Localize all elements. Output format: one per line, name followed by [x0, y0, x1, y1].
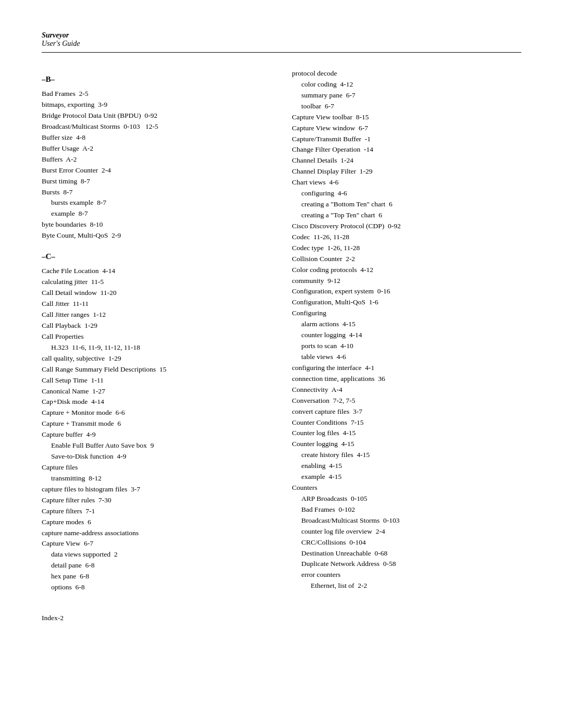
page-header: Surveyor User's Guide: [42, 31, 521, 53]
list-item: Capture/Transmit Buffer -1: [292, 134, 521, 145]
list-item: Burst Error Counter 2-4: [42, 165, 271, 176]
list-item: Configuration, expert system 0-16: [292, 286, 521, 297]
list-item: Capture filters 7-1: [42, 506, 271, 517]
list-item: capture name-address associations: [42, 528, 271, 539]
list-item: Capture + Transmit mode 6: [42, 418, 271, 429]
list-item: Buffer size 4-8: [42, 132, 271, 143]
list-item: Configuring: [292, 308, 521, 319]
list-item: call quality, subjective 1-29: [42, 353, 271, 364]
list-item: Configuration, Multi-QoS 1-6: [292, 297, 521, 308]
list-item: counter log file overview 2-4: [292, 526, 521, 537]
right-column: protocol decode color coding 4-12 summar…: [292, 68, 521, 593]
list-item: Capture View 6-7: [42, 538, 271, 549]
list-item: data views supported 2: [42, 549, 271, 560]
list-item: Call Range Summary Field Descriptions 15: [42, 364, 271, 375]
list-item: Cache File Location 4-14: [42, 266, 271, 277]
page-footer: Index-2: [42, 614, 521, 622]
list-item: Color coding protocols 4-12: [292, 265, 521, 276]
list-item: Change Filter Operation -14: [292, 144, 521, 155]
list-item: Codec 11-26, 11-28: [292, 232, 521, 243]
list-item: create history files 4-15: [292, 450, 521, 461]
list-item: H.323 11-6, 11-9, 11-12, 11-18: [42, 342, 271, 353]
list-item: Counters: [292, 483, 521, 493]
document-subtitle: User's Guide: [42, 40, 521, 48]
list-item: community 9-12: [292, 276, 521, 287]
list-item: Call Detail window 11-20: [42, 288, 271, 299]
list-item: Cap+Disk mode 4-14: [42, 397, 271, 408]
list-item: capture files to histogram files 3-7: [42, 484, 271, 495]
list-item: Bad Frames 0-102: [292, 504, 521, 515]
list-item: Counter Conditions 7-15: [292, 417, 521, 428]
list-item: Broadcast/Multicast Storms 0-103 12-5: [42, 121, 271, 132]
list-item: ARP Broadcasts 0-105: [292, 493, 521, 504]
section-c-header: –C–: [42, 251, 271, 263]
list-item: byte boundaries 8-10: [42, 219, 271, 230]
list-item: Codec type 1-26, 11-28: [292, 243, 521, 254]
list-item: creating a "Bottom Ten" chart 6: [292, 199, 521, 210]
document-title: Surveyor: [42, 31, 521, 40]
list-item: Channel Details 1-24: [292, 155, 521, 166]
list-item: bitmaps, exporting 3-9: [42, 100, 271, 110]
list-item: protocol decode: [292, 68, 521, 79]
list-item: Buffer Usage A-2: [42, 143, 271, 154]
list-item: enabling 4-15: [292, 461, 521, 472]
list-item: Broadcast/Multicast Storms 0-103: [292, 515, 521, 526]
list-item: CRC/Collisions 0-104: [292, 537, 521, 548]
list-item: Bridge Protocol Data Unit (BPDU) 0-92: [42, 110, 271, 121]
list-item: Ethernet, list of 2-2: [292, 581, 521, 591]
list-item: Burst timing 8-7: [42, 176, 271, 187]
list-item: error counters: [292, 570, 521, 581]
list-item: Save-to-Disk function 4-9: [42, 451, 271, 462]
list-item: Call Jitter 11-11: [42, 299, 271, 310]
list-item: Conversation 7-2, 7-5: [292, 396, 521, 406]
list-item: table views 4-6: [292, 352, 521, 363]
list-item: detail pane 6-8: [42, 560, 271, 571]
list-item: Capture filter rules 7-30: [42, 495, 271, 506]
list-item: Call Playback 1-29: [42, 320, 271, 331]
list-item: Capture files: [42, 462, 271, 473]
list-item: ports to scan 4-10: [292, 341, 521, 352]
main-content: –B– Bad Frames 2-5 bitmaps, exporting 3-…: [42, 68, 521, 593]
list-item: calculating jitter 11-5: [42, 277, 271, 288]
list-item: options 6-8: [42, 582, 271, 593]
list-item: hex pane 6-8: [42, 571, 271, 582]
list-item: Enable Full Buffer Auto Save box 9: [42, 440, 271, 451]
list-item: Chart views 4-6: [292, 177, 521, 188]
list-item: Call Properties: [42, 331, 271, 342]
list-item: summary pane 6-7: [292, 90, 521, 101]
list-item: Capture + Monitor mode 6-6: [42, 408, 271, 418]
section-b-header: –B–: [42, 73, 271, 85]
list-item: Capture View toolbar 8-15: [292, 112, 521, 123]
list-item: bursts example 8-7: [42, 198, 271, 208]
list-item: Capture modes 6: [42, 517, 271, 528]
list-item: Counter logging 4-15: [292, 439, 521, 450]
list-item: Connectivity A-4: [292, 385, 521, 396]
list-item: Canonical Name 1-27: [42, 386, 271, 397]
list-item: Destination Unreachable 0-68: [292, 548, 521, 559]
list-item: alarm actions 4-15: [292, 319, 521, 330]
list-item: example 4-15: [292, 472, 521, 483]
list-item: example 8-7: [42, 208, 271, 219]
list-item: Byte Count, Multi-QoS 2-9: [42, 230, 271, 241]
list-item: convert capture files 3-7: [292, 406, 521, 417]
list-item: toolbar 6-7: [292, 101, 521, 112]
list-item: Channel Display Filter 1-29: [292, 166, 521, 177]
list-item: color coding 4-12: [292, 79, 521, 90]
page-number: Index-2: [42, 614, 64, 622]
list-item: Capture View window 6-7: [292, 123, 521, 134]
list-item: Buffers A-2: [42, 154, 271, 165]
list-item: Cisco Discovery Protocol (CDP) 0-92: [292, 221, 521, 232]
list-item: configuring 4-6: [292, 188, 521, 199]
list-item: configuring the interface 4-1: [292, 363, 521, 374]
list-item: connection time, applications 36: [292, 374, 521, 385]
list-item: Bad Frames 2-5: [42, 89, 271, 100]
list-item: Counter log files 4-15: [292, 428, 521, 439]
list-item: Collision Counter 2-2: [292, 254, 521, 265]
list-item: Call Jitter ranges 1-12: [42, 310, 271, 320]
left-column: –B– Bad Frames 2-5 bitmaps, exporting 3-…: [42, 68, 271, 593]
list-item: counter logging 4-14: [292, 330, 521, 341]
list-item: Call Setup Time 1-11: [42, 375, 271, 386]
list-item: Bursts 8-7: [42, 187, 271, 198]
list-item: transmitting 8-12: [42, 473, 271, 484]
list-item: Duplicate Network Address 0-58: [292, 559, 521, 570]
